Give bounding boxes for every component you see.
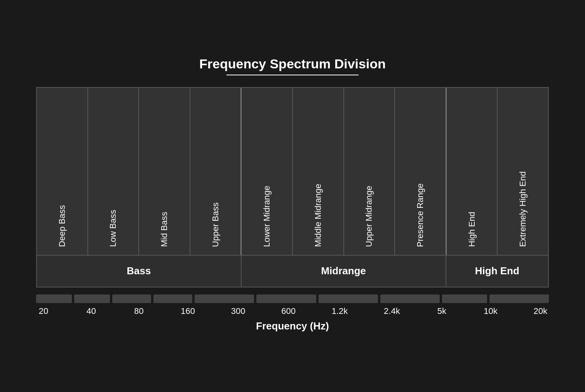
band-label-mid-bass: Mid Bass xyxy=(159,212,169,247)
band-cell-low-bass: Low Bass xyxy=(88,88,139,255)
band-cell-lower-midrange: Lower Midrange xyxy=(242,88,293,255)
freq-bar-3 xyxy=(112,294,151,303)
freq-label-40: 40 xyxy=(85,306,97,316)
freq-label-2-4k: 2.4k xyxy=(384,306,400,316)
band-cell-presence-range: Presence Range xyxy=(395,88,447,255)
group-cell-midrange: Midrange xyxy=(242,256,446,287)
freq-label-80: 80 xyxy=(133,306,145,316)
band-label-lower-midrange: Lower Midrange xyxy=(262,186,272,247)
freq-bar-10 xyxy=(489,294,549,303)
main-grid: Deep Bass Low Bass Mid Bass Upper Bass L… xyxy=(36,87,549,287)
band-cell-deep-bass: Deep Bass xyxy=(37,88,88,255)
group-label-midrange: Midrange xyxy=(321,265,366,277)
freq-label-300: 300 xyxy=(231,306,245,316)
groups-row: Bass Midrange High End xyxy=(37,256,548,287)
freq-label-10k: 10k xyxy=(484,306,497,316)
band-label-middle-midrange: Middle Midrange xyxy=(313,184,323,247)
freq-bar-5 xyxy=(195,294,254,303)
group-label-highend: High End xyxy=(475,265,519,277)
band-cell-upper-bass: Upper Bass xyxy=(190,88,242,255)
group-label-bass: Bass xyxy=(127,265,151,277)
group-cell-highend: High End xyxy=(446,256,548,287)
freq-bar-7 xyxy=(319,294,378,303)
band-cell-extremely-high-end: Extremely High End xyxy=(498,88,548,255)
freq-label-5k: 5k xyxy=(436,306,447,316)
band-label-upper-bass: Upper Bass xyxy=(211,202,221,247)
group-cell-bass: Bass xyxy=(37,256,242,287)
freq-bars-row xyxy=(36,294,549,303)
freq-bar-2 xyxy=(74,294,110,303)
chart-title: Frequency Spectrum Division xyxy=(36,56,549,71)
band-cell-middle-midrange: Middle Midrange xyxy=(293,88,344,255)
band-cell-high-end: High End xyxy=(447,88,498,255)
band-label-high-end: High End xyxy=(467,212,477,247)
freq-label-20: 20 xyxy=(38,306,49,316)
freq-label-20k: 20k xyxy=(533,306,547,316)
freq-bar-6 xyxy=(256,294,316,303)
freq-axis-area: 20 40 80 160 300 600 1.2k 2.4k 5k 10k 20… xyxy=(36,294,549,332)
freq-bar-1 xyxy=(36,294,72,303)
band-label-extremely-high-end: Extremely High End xyxy=(518,171,528,247)
title-underline xyxy=(226,75,359,75)
x-axis-title: Frequency (Hz) xyxy=(36,320,549,332)
freq-label-1-2k: 1.2k xyxy=(332,306,348,316)
band-label-low-bass: Low Bass xyxy=(108,210,118,247)
chart-container: Frequency Spectrum Division Deep Bass Lo… xyxy=(24,49,561,344)
bands-row: Deep Bass Low Bass Mid Bass Upper Bass L… xyxy=(37,88,548,256)
band-label-deep-bass: Deep Bass xyxy=(57,205,67,247)
freq-labels-row: 20 40 80 160 300 600 1.2k 2.4k 5k 10k 20… xyxy=(36,306,549,316)
band-label-upper-midrange: Upper Midrange xyxy=(364,186,374,247)
freq-bar-9 xyxy=(442,294,487,303)
freq-label-600: 600 xyxy=(281,306,296,316)
freq-bar-8 xyxy=(380,294,440,303)
band-cell-upper-midrange: Upper Midrange xyxy=(344,88,395,255)
band-cell-mid-bass: Mid Bass xyxy=(139,88,190,255)
freq-label-160: 160 xyxy=(181,306,195,316)
band-label-presence-range: Presence Range xyxy=(415,183,425,247)
freq-bar-4 xyxy=(153,294,192,303)
